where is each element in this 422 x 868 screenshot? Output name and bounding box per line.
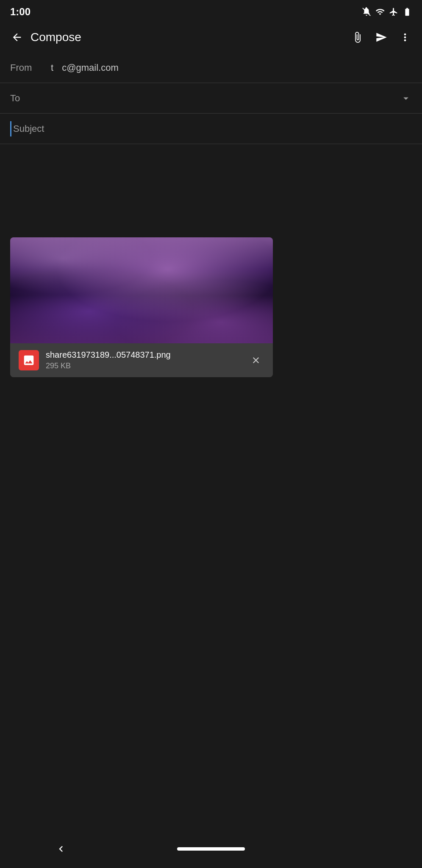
attachment-preview-image bbox=[10, 237, 273, 343]
status-time: 1:00 bbox=[10, 6, 31, 18]
attachment-remove-button[interactable] bbox=[247, 352, 264, 369]
from-label: From bbox=[10, 62, 44, 73]
nav-back-button[interactable] bbox=[55, 843, 67, 855]
toolbar-actions bbox=[347, 27, 415, 47]
attachment-preview-visual bbox=[10, 237, 273, 343]
battery-icon bbox=[403, 7, 412, 17]
home-indicator[interactable] bbox=[177, 847, 245, 851]
from-row: From t c@gmail.com bbox=[0, 53, 422, 83]
from-email: c@gmail.com bbox=[62, 62, 119, 73]
notification-off-icon bbox=[362, 7, 371, 17]
back-button[interactable] bbox=[7, 27, 27, 47]
email-body-area[interactable] bbox=[0, 144, 422, 229]
send-button[interactable] bbox=[371, 27, 391, 47]
toolbar: Compose bbox=[0, 22, 422, 53]
text-cursor bbox=[10, 121, 11, 136]
attachment-type-icon bbox=[19, 350, 39, 370]
from-account[interactable]: t c@gmail.com bbox=[51, 62, 119, 73]
bottom-nav bbox=[0, 834, 422, 868]
from-initial: t bbox=[51, 62, 53, 73]
to-label: To bbox=[10, 93, 44, 104]
to-row[interactable]: To bbox=[0, 83, 422, 114]
attachment-info: share631973189...05748371.png 295 KB bbox=[10, 343, 273, 377]
compose-body: From t c@gmail.com To Subject bbox=[0, 53, 422, 377]
page-title: Compose bbox=[31, 31, 347, 44]
airplane-icon bbox=[389, 7, 398, 17]
more-options-button[interactable] bbox=[395, 27, 415, 47]
attachment-details: share631973189...05748371.png 295 KB bbox=[46, 350, 247, 370]
subject-placeholder: Subject bbox=[13, 123, 44, 134]
wifi-icon bbox=[375, 7, 385, 17]
attachment-size: 295 KB bbox=[46, 362, 247, 370]
status-icons bbox=[362, 7, 412, 17]
attachment-filename: share631973189...05748371.png bbox=[46, 350, 247, 360]
attach-button[interactable] bbox=[347, 27, 368, 47]
status-bar: 1:00 bbox=[0, 0, 422, 22]
expand-recipients-icon[interactable] bbox=[400, 92, 412, 104]
subject-row[interactable]: Subject bbox=[0, 114, 422, 144]
attachment-container: share631973189...05748371.png 295 KB bbox=[10, 237, 273, 377]
to-input[interactable] bbox=[51, 93, 400, 104]
